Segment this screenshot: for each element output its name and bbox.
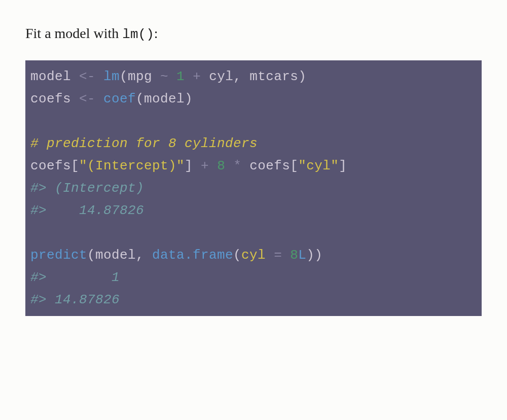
code-token: <- xyxy=(71,91,103,107)
code-token: ~ xyxy=(160,69,168,84)
code-token: lm xyxy=(103,69,120,84)
code-token: "(Intercept)" xyxy=(79,158,185,173)
intro-text-prefix: Fit a model with xyxy=(25,25,122,41)
code-token xyxy=(282,248,290,263)
code-token: + xyxy=(193,69,201,84)
code-token: cyl, mtcars) xyxy=(201,69,306,84)
code-block: model <- lm(mpg ~ 1 + cyl, mtcars) coefs… xyxy=(25,60,482,316)
code-token xyxy=(266,248,274,263)
intro-text-suffix: : xyxy=(154,25,158,41)
code-token: 8 xyxy=(217,158,225,173)
code-token: 1 xyxy=(176,69,185,84)
code-token xyxy=(209,158,217,173)
code-token: <- xyxy=(71,69,103,84)
code-comment: # prediction for 8 cylinders xyxy=(30,136,258,151)
code-token: (model, xyxy=(87,248,152,263)
code-output: #> 14.87826 xyxy=(30,292,120,307)
intro-inline-code: lm() xyxy=(122,27,154,42)
code-token: + xyxy=(201,158,209,173)
code-token: data.frame xyxy=(152,248,233,263)
code-token: )) xyxy=(306,248,322,263)
code-token: cyl xyxy=(241,248,266,263)
code-token: "cyl" xyxy=(298,158,339,173)
intro-paragraph: Fit a model with lm(): xyxy=(25,25,482,42)
code-token: coefs[ xyxy=(241,158,298,173)
code-token xyxy=(193,158,201,173)
code-token xyxy=(185,69,193,84)
code-output: #> 1 xyxy=(30,270,120,285)
code-token: * xyxy=(233,158,241,173)
code-token xyxy=(225,158,233,173)
code-token: 8 xyxy=(290,248,298,263)
code-token: coefs[ xyxy=(30,158,79,173)
code-token: (model) xyxy=(136,91,193,107)
code-token: predict xyxy=(30,248,87,263)
code-token: ( xyxy=(233,248,241,263)
document-page: Fit a model with lm(): model <- lm(mpg ~… xyxy=(0,0,507,316)
code-token xyxy=(168,69,176,84)
code-token: coefs xyxy=(30,91,71,107)
code-output: #> (Intercept) xyxy=(30,181,144,196)
code-token: ] xyxy=(185,158,193,173)
code-token: (mpg xyxy=(120,69,160,84)
code-token: ] xyxy=(339,158,347,173)
code-token: coef xyxy=(103,91,136,107)
code-token: model xyxy=(30,69,71,84)
code-output: #> 14.87826 xyxy=(30,203,144,218)
code-token: = xyxy=(274,248,282,263)
code-token: L xyxy=(298,248,306,263)
